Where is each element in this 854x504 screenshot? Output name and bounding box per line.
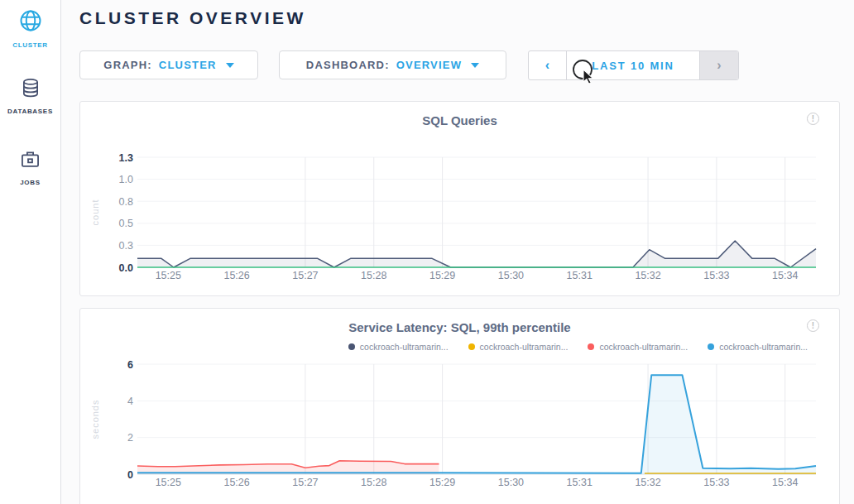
legend-dot-icon [348, 343, 355, 350]
svg-text:15:28: 15:28 [361, 477, 386, 488]
sql-queries-chart[interactable]: 0.00.30.50.81.01.315:2515:2615:2715:2815… [80, 102, 841, 297]
svg-text:15:25: 15:25 [156, 477, 181, 488]
svg-text:0.8: 0.8 [119, 196, 133, 208]
dashboard-dropdown[interactable]: DASHBOARD: OVERVIEW [279, 50, 506, 79]
chevron-left-icon: ‹ [545, 58, 549, 73]
svg-text:1.3: 1.3 [119, 152, 133, 164]
info-icon[interactable]: ! [807, 319, 819, 332]
graph-dropdown-label: GRAPH: [103, 59, 151, 71]
info-icon[interactable]: ! [807, 113, 819, 125]
chart-title: Service Latency: SQL, 99th percentile [80, 320, 839, 334]
time-range-prev-button[interactable]: ‹ [529, 51, 567, 79]
svg-text:15:25: 15:25 [156, 270, 181, 281]
legend-label: cockroach-ultramarin... [360, 342, 449, 352]
globe-icon [18, 8, 43, 36]
chart-title: SQL Queries [80, 113, 839, 127]
sidebar-item-label: CLUSTER [12, 41, 48, 49]
svg-text:1.0: 1.0 [119, 174, 133, 185]
jobs-icon [19, 148, 41, 174]
svg-text:2: 2 [127, 432, 133, 444]
svg-text:0.0: 0.0 [119, 262, 133, 274]
chevron-down-icon [471, 63, 479, 68]
svg-text:15:33: 15:33 [703, 477, 729, 488]
graph-dropdown[interactable]: GRAPH: CLUSTER [79, 50, 258, 79]
cluster-overview-page: CLUSTER DATABASES JOBS [0, 0, 854, 504]
svg-text:15:33: 15:33 [703, 270, 729, 281]
legend-item[interactable]: cockroach-ultramarin... [708, 342, 808, 352]
legend-label: cockroach-ultramarin... [480, 342, 569, 352]
legend-item[interactable]: cockroach-ultramarin... [588, 342, 688, 352]
sidebar-item-databases[interactable]: DATABASES [0, 49, 60, 115]
dashboard-dropdown-label: DASHBOARD: [306, 59, 390, 71]
svg-text:15:34: 15:34 [772, 477, 798, 488]
sql-queries-chart-card: 0.00.30.50.81.01.315:2515:2615:2715:2815… [79, 101, 840, 296]
svg-text:15:32: 15:32 [635, 270, 660, 281]
svg-text:count: count [90, 199, 100, 226]
svg-text:15:29: 15:29 [429, 270, 455, 281]
svg-text:0.5: 0.5 [119, 218, 133, 229]
dashboard-dropdown-value: OVERVIEW [396, 59, 462, 71]
svg-text:0.3: 0.3 [119, 240, 133, 252]
svg-text:15:31: 15:31 [567, 270, 593, 281]
legend-dot-icon [708, 343, 714, 350]
service-latency-chart[interactable]: 024615:2515:2615:2715:2815:2915:3015:311… [80, 309, 841, 504]
svg-text:15:29: 15:29 [429, 477, 455, 488]
legend-dot-icon [588, 343, 594, 350]
service-latency-chart-card: 024615:2515:2615:2715:2815:2915:3015:311… [79, 308, 840, 504]
sidebar-item-label: DATABASES [7, 108, 53, 115]
svg-text:6: 6 [127, 359, 133, 371]
svg-text:0: 0 [127, 469, 133, 481]
time-range-label[interactable]: LAST 10 MIN [567, 51, 699, 79]
graph-dropdown-value: CLUSTER [159, 59, 217, 71]
chevron-right-icon: › [717, 58, 721, 73]
legend-item[interactable]: cockroach-ultramarin... [348, 342, 449, 352]
sidebar-item-label: JOBS [20, 179, 41, 186]
time-range-selector: ‹ LAST 10 MIN › [528, 50, 739, 80]
time-range-next-button[interactable]: › [699, 51, 738, 79]
sidebar: CLUSTER DATABASES JOBS [0, 0, 61, 504]
svg-text:seconds: seconds [90, 400, 100, 439]
legend-label: cockroach-ultramarin... [719, 342, 808, 352]
svg-text:4: 4 [127, 396, 133, 407]
svg-text:15:30: 15:30 [498, 477, 524, 488]
legend-label: cockroach-ultramarin... [599, 342, 688, 352]
svg-text:15:32: 15:32 [635, 477, 660, 488]
svg-text:15:27: 15:27 [292, 477, 318, 488]
svg-text:15:26: 15:26 [223, 477, 249, 488]
svg-text:15:28: 15:28 [361, 270, 386, 281]
chevron-down-icon [226, 63, 234, 68]
svg-text:15:31: 15:31 [567, 477, 593, 488]
legend-item[interactable]: cockroach-ultramarin... [468, 342, 569, 352]
page-title: CLUSTER OVERVIEW [79, 8, 306, 28]
sidebar-item-cluster[interactable]: CLUSTER [0, 0, 60, 49]
databases-icon [20, 77, 41, 103]
svg-text:15:26: 15:26 [223, 270, 249, 281]
legend-dot-icon [468, 343, 475, 350]
chart-legend: cockroach-ultramarin...cockroach-ultrama… [348, 342, 808, 352]
svg-text:15:30: 15:30 [498, 270, 524, 281]
svg-text:15:34: 15:34 [772, 270, 798, 281]
sidebar-item-jobs[interactable]: JOBS [0, 115, 60, 186]
svg-text:15:27: 15:27 [292, 270, 318, 281]
